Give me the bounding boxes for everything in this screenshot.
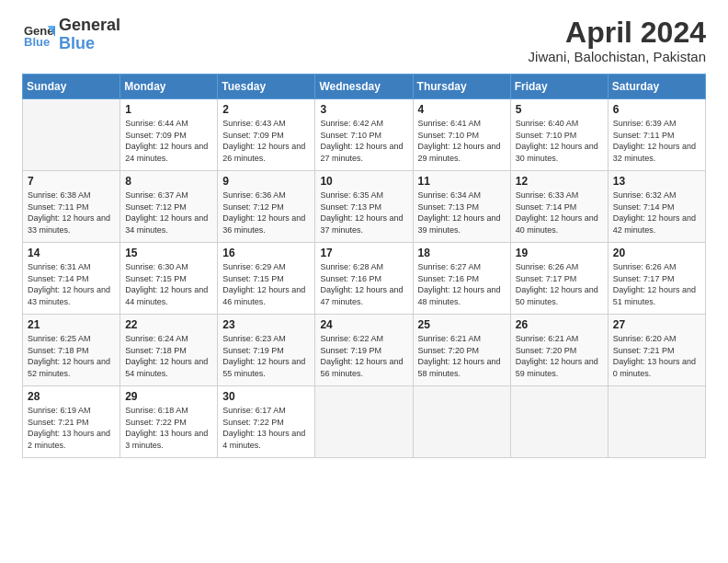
calendar-cell: 12Sunrise: 6:33 AMSunset: 7:14 PMDayligh… xyxy=(510,171,608,243)
day-info: Sunrise: 6:26 AMSunset: 7:17 PMDaylight:… xyxy=(613,261,700,307)
calendar-cell: 3Sunrise: 6:42 AMSunset: 7:10 PMDaylight… xyxy=(315,99,413,171)
day-number: 3 xyxy=(320,103,407,116)
day-info: Sunrise: 6:32 AMSunset: 7:14 PMDaylight:… xyxy=(613,190,700,236)
day-info: Sunrise: 6:41 AMSunset: 7:10 PMDaylight:… xyxy=(418,118,506,164)
day-info: Sunrise: 6:42 AMSunset: 7:10 PMDaylight:… xyxy=(320,118,407,164)
day-number: 22 xyxy=(125,318,212,331)
day-number: 13 xyxy=(613,175,700,188)
day-number: 27 xyxy=(613,318,700,331)
day-info: Sunrise: 6:28 AMSunset: 7:16 PMDaylight:… xyxy=(320,261,407,307)
day-info: Sunrise: 6:38 AMSunset: 7:11 PMDaylight:… xyxy=(28,190,115,236)
calendar-cell: 21Sunrise: 6:25 AMSunset: 7:18 PMDayligh… xyxy=(23,315,120,386)
calendar-cell: 11Sunrise: 6:34 AMSunset: 7:13 PMDayligh… xyxy=(413,171,510,243)
calendar-cell: 23Sunrise: 6:23 AMSunset: 7:19 PMDayligh… xyxy=(218,315,315,386)
day-number: 6 xyxy=(613,103,700,116)
day-number: 16 xyxy=(222,247,310,259)
weekday-header-wednesday: Wednesday xyxy=(315,75,413,99)
location: Jiwani, Balochistan, Pakistan xyxy=(529,49,706,64)
day-info: Sunrise: 6:36 AMSunset: 7:12 PMDaylight:… xyxy=(222,190,310,236)
calendar-cell: 13Sunrise: 6:32 AMSunset: 7:14 PMDayligh… xyxy=(608,171,705,243)
day-info: Sunrise: 6:21 AMSunset: 7:20 PMDaylight:… xyxy=(516,333,603,379)
day-info: Sunrise: 6:39 AMSunset: 7:11 PMDaylight:… xyxy=(613,118,700,164)
calendar-cell: 8Sunrise: 6:37 AMSunset: 7:12 PMDaylight… xyxy=(120,171,218,243)
day-info: Sunrise: 6:25 AMSunset: 7:18 PMDaylight:… xyxy=(28,333,115,379)
day-number: 2 xyxy=(222,103,310,116)
calendar-cell: 26Sunrise: 6:21 AMSunset: 7:20 PMDayligh… xyxy=(510,315,608,386)
calendar-table: SundayMondayTuesdayWednesdayThursdayFrid… xyxy=(22,74,706,458)
week-row-2: 7Sunrise: 6:38 AMSunset: 7:11 PMDaylight… xyxy=(23,171,706,243)
calendar-cell: 20Sunrise: 6:26 AMSunset: 7:17 PMDayligh… xyxy=(608,243,705,315)
day-info: Sunrise: 6:26 AMSunset: 7:17 PMDaylight:… xyxy=(516,261,603,307)
week-row-3: 14Sunrise: 6:31 AMSunset: 7:14 PMDayligh… xyxy=(23,243,706,315)
day-info: Sunrise: 6:18 AMSunset: 7:22 PMDaylight:… xyxy=(125,405,212,451)
title-block: April 2024 Jiwani, Balochistan, Pakistan xyxy=(529,17,706,64)
day-number: 26 xyxy=(516,318,603,331)
day-number: 21 xyxy=(28,318,115,331)
calendar-cell: 16Sunrise: 6:29 AMSunset: 7:15 PMDayligh… xyxy=(218,243,315,315)
day-info: Sunrise: 6:34 AMSunset: 7:13 PMDaylight:… xyxy=(418,190,506,236)
calendar-cell: 6Sunrise: 6:39 AMSunset: 7:11 PMDaylight… xyxy=(608,99,705,171)
day-info: Sunrise: 6:27 AMSunset: 7:16 PMDaylight:… xyxy=(418,261,506,307)
calendar-cell: 24Sunrise: 6:22 AMSunset: 7:19 PMDayligh… xyxy=(315,315,413,386)
day-number: 11 xyxy=(418,175,506,188)
weekday-header-sunday: Sunday xyxy=(23,75,120,99)
day-number: 23 xyxy=(222,318,310,331)
day-number: 15 xyxy=(125,247,212,259)
day-number: 5 xyxy=(516,103,603,116)
calendar-cell: 28Sunrise: 6:19 AMSunset: 7:21 PMDayligh… xyxy=(23,386,120,458)
day-info: Sunrise: 6:29 AMSunset: 7:15 PMDaylight:… xyxy=(222,261,310,307)
day-info: Sunrise: 6:20 AMSunset: 7:21 PMDaylight:… xyxy=(613,333,700,379)
calendar-cell: 19Sunrise: 6:26 AMSunset: 7:17 PMDayligh… xyxy=(510,243,608,315)
logo-line1: General xyxy=(59,16,120,34)
calendar-cell: 17Sunrise: 6:28 AMSunset: 7:16 PMDayligh… xyxy=(315,243,413,315)
day-number: 8 xyxy=(125,175,212,188)
day-info: Sunrise: 6:22 AMSunset: 7:19 PMDaylight:… xyxy=(320,333,407,379)
calendar-cell: 1Sunrise: 6:44 AMSunset: 7:09 PMDaylight… xyxy=(120,99,218,171)
calendar-cell: 27Sunrise: 6:20 AMSunset: 7:21 PMDayligh… xyxy=(608,315,705,386)
day-info: Sunrise: 6:37 AMSunset: 7:12 PMDaylight:… xyxy=(125,190,212,236)
logo-line2: Blue xyxy=(59,34,95,52)
day-info: Sunrise: 6:19 AMSunset: 7:21 PMDaylight:… xyxy=(28,405,115,451)
day-number: 7 xyxy=(28,175,115,188)
calendar-cell: 5Sunrise: 6:40 AMSunset: 7:10 PMDaylight… xyxy=(510,99,608,171)
day-info: Sunrise: 6:24 AMSunset: 7:18 PMDaylight:… xyxy=(125,333,212,379)
calendar-cell: 10Sunrise: 6:35 AMSunset: 7:13 PMDayligh… xyxy=(315,171,413,243)
day-info: Sunrise: 6:23 AMSunset: 7:19 PMDaylight:… xyxy=(222,333,310,379)
logo-text: General Blue xyxy=(59,17,120,53)
day-info: Sunrise: 6:21 AMSunset: 7:20 PMDaylight:… xyxy=(418,333,506,379)
calendar-cell: 15Sunrise: 6:30 AMSunset: 7:15 PMDayligh… xyxy=(120,243,218,315)
week-row-4: 21Sunrise: 6:25 AMSunset: 7:18 PMDayligh… xyxy=(23,315,706,386)
week-row-1: 1Sunrise: 6:44 AMSunset: 7:09 PMDaylight… xyxy=(23,99,706,171)
calendar-cell xyxy=(510,386,608,458)
day-info: Sunrise: 6:31 AMSunset: 7:14 PMDaylight:… xyxy=(28,261,115,307)
month-title: April 2024 xyxy=(529,17,706,49)
day-number: 29 xyxy=(125,390,212,403)
weekday-header-thursday: Thursday xyxy=(413,75,510,99)
day-number: 20 xyxy=(613,247,700,259)
day-info: Sunrise: 6:44 AMSunset: 7:09 PMDaylight:… xyxy=(125,118,212,164)
day-number: 24 xyxy=(320,318,407,331)
calendar-cell: 18Sunrise: 6:27 AMSunset: 7:16 PMDayligh… xyxy=(413,243,510,315)
day-number: 28 xyxy=(28,390,115,403)
day-info: Sunrise: 6:17 AMSunset: 7:22 PMDaylight:… xyxy=(222,405,310,451)
calendar-cell: 4Sunrise: 6:41 AMSunset: 7:10 PMDaylight… xyxy=(413,99,510,171)
day-info: Sunrise: 6:40 AMSunset: 7:10 PMDaylight:… xyxy=(516,118,603,164)
day-number: 17 xyxy=(320,247,407,259)
calendar-cell: 22Sunrise: 6:24 AMSunset: 7:18 PMDayligh… xyxy=(120,315,218,386)
weekday-header-saturday: Saturday xyxy=(608,75,705,99)
day-info: Sunrise: 6:30 AMSunset: 7:15 PMDaylight:… xyxy=(125,261,212,307)
logo-icon: General Blue xyxy=(22,18,55,52)
weekday-header-tuesday: Tuesday xyxy=(218,75,315,99)
calendar-cell: 30Sunrise: 6:17 AMSunset: 7:22 PMDayligh… xyxy=(218,386,315,458)
weekday-header-monday: Monday xyxy=(120,75,218,99)
day-number: 10 xyxy=(320,175,407,188)
day-info: Sunrise: 6:43 AMSunset: 7:09 PMDaylight:… xyxy=(222,118,310,164)
day-number: 9 xyxy=(222,175,310,188)
week-row-5: 28Sunrise: 6:19 AMSunset: 7:21 PMDayligh… xyxy=(23,386,706,458)
calendar-cell: 25Sunrise: 6:21 AMSunset: 7:20 PMDayligh… xyxy=(413,315,510,386)
calendar-cell: 14Sunrise: 6:31 AMSunset: 7:14 PMDayligh… xyxy=(23,243,120,315)
day-number: 1 xyxy=(125,103,212,116)
calendar-cell xyxy=(23,99,120,171)
calendar-cell xyxy=(608,386,705,458)
calendar-cell xyxy=(315,386,413,458)
